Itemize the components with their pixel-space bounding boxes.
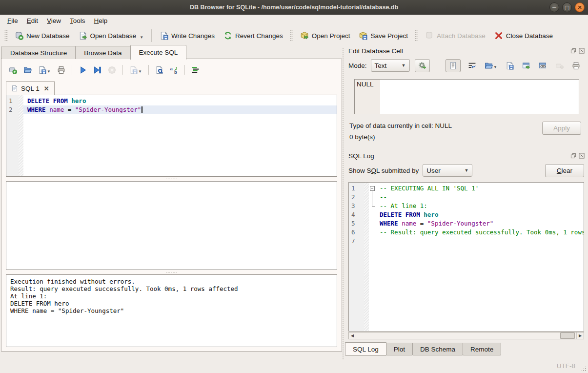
- format-sql-icon: [191, 66, 200, 74]
- open-project-button[interactable]: Open Project: [296, 29, 355, 42]
- toolbar-grip[interactable]: [4, 30, 8, 41]
- fold-cell: [369, 219, 376, 228]
- dock-tab-remote[interactable]: Remote: [463, 343, 501, 355]
- export-file-button[interactable]: [505, 61, 515, 71]
- apply-button[interactable]: Apply: [542, 122, 581, 135]
- results-grid[interactable]: [6, 181, 337, 270]
- open-sql-file-button[interactable]: [22, 65, 33, 75]
- sql-editor[interactable]: 12DELETE FROM heroWHERE name = "Spider-Y…: [6, 95, 337, 177]
- execute-sql-page: ▼▼ab SQL 1 ✕ 12DELETE FROM heroWHERE nam…: [1, 59, 342, 352]
- tab-execute-sql[interactable]: Execute SQL: [130, 45, 187, 60]
- word-wrap-button[interactable]: [467, 61, 477, 71]
- sql-file-tab[interactable]: SQL 1 ✕: [6, 81, 55, 95]
- message-line: DELETE FROM hero: [10, 300, 333, 307]
- menubar: FileEditViewToolsHelp: [0, 15, 588, 27]
- save-results-dropdown-icon[interactable]: ▼: [138, 69, 142, 74]
- menu-file[interactable]: File: [3, 16, 22, 26]
- message-line: Result: query executed successfully. Too…: [10, 285, 333, 292]
- line-number: 4: [349, 210, 364, 219]
- revert-changes-button[interactable]: Revert Changes: [219, 29, 287, 42]
- open-project-label: Open Project: [312, 32, 350, 40]
- open-database-dropdown-icon[interactable]: ▼: [140, 35, 143, 40]
- resize-grip[interactable]: [581, 366, 587, 372]
- line-number: 2: [349, 193, 364, 202]
- edit-cell-title: Edit Database Cell: [348, 47, 403, 55]
- execute-current-line-button[interactable]: [92, 65, 102, 75]
- print-cell-button[interactable]: [571, 61, 581, 71]
- editor-results-splitter[interactable]: [6, 177, 337, 181]
- import-file-dropdown-icon[interactable]: ▼: [493, 65, 497, 70]
- auto-apply-button[interactable]: [415, 59, 430, 72]
- menu-edit[interactable]: Edit: [22, 16, 42, 26]
- open-database-icon: [79, 31, 87, 40]
- toolbar-separator: [122, 65, 123, 75]
- float-dock-icon[interactable]: [570, 48, 576, 54]
- fold-marker[interactable]: [369, 184, 376, 193]
- toolbar-grip[interactable]: [415, 30, 418, 41]
- scroll-left-arrow[interactable]: ◀: [349, 332, 356, 339]
- mode-select[interactable]: Text▼: [371, 59, 410, 72]
- sql-log-view[interactable]: 1234567-- EXECUTING ALL IN 'SQL 1'---- A…: [348, 182, 584, 332]
- submitted-by-select[interactable]: User▼: [423, 164, 472, 177]
- open-database-button[interactable]: Open Database▼: [74, 29, 148, 42]
- open-tab-button[interactable]: [8, 65, 18, 75]
- code-area[interactable]: DELETE FROM heroWHERE name = "Spider-You…: [23, 95, 337, 176]
- scroll-right-arrow[interactable]: ▶: [576, 332, 584, 339]
- text-mode-button[interactable]: [446, 59, 461, 72]
- messages-pane[interactable]: Execution finished without errors.Result…: [6, 274, 337, 347]
- attach-database-button[interactable]: Attach Database: [421, 29, 490, 42]
- dock-tab-db-schema[interactable]: DB Schema: [412, 343, 463, 355]
- clear-button[interactable]: Clear: [545, 164, 584, 177]
- scroll-thumb[interactable]: [560, 332, 575, 339]
- fold-marker[interactable]: [369, 202, 376, 210]
- close-database-button[interactable]: Close Database: [490, 29, 557, 42]
- sql-log-hscrollbar[interactable]: ◀ ▶: [348, 332, 584, 339]
- code-area[interactable]: -- EXECUTING ALL IN 'SQL 1'---- At line …: [376, 183, 584, 331]
- find-button[interactable]: [154, 65, 164, 75]
- minimize-button[interactable]: ─: [549, 2, 559, 12]
- write-changes-icon: [160, 31, 168, 40]
- import-file-icon: [485, 62, 493, 70]
- tab-browse-data[interactable]: Browse Data: [75, 46, 130, 59]
- dock-tab-sql-log[interactable]: SQL Log: [345, 342, 386, 356]
- find-replace-button[interactable]: ab: [169, 65, 179, 75]
- new-database-button[interactable]: New Database: [10, 29, 74, 42]
- save-sql-file-dropdown-icon[interactable]: ▼: [47, 69, 51, 74]
- stop-button[interactable]: [107, 65, 117, 75]
- edit-cell-dock-header: Edit Database Cell: [345, 45, 588, 56]
- fold-marker[interactable]: [369, 193, 376, 202]
- attach-database-label: Attach Database: [437, 32, 486, 40]
- tab-database-structure[interactable]: Database Structure: [1, 46, 76, 59]
- scroll-track[interactable]: [356, 332, 576, 339]
- menu-help[interactable]: Help: [90, 16, 112, 26]
- results-messages-splitter[interactable]: [6, 270, 337, 274]
- save-sql-file-button[interactable]: ▼: [37, 65, 52, 75]
- line-number: 6: [349, 228, 364, 237]
- import-file-button[interactable]: ▼: [484, 61, 498, 71]
- cell-editor[interactable]: NULL: [354, 79, 579, 114]
- toolbar-grip[interactable]: [290, 30, 293, 41]
- encoding-indicator[interactable]: UTF-8: [557, 362, 575, 370]
- print-sql-button[interactable]: [56, 65, 66, 75]
- close-dock-icon[interactable]: [578, 153, 585, 159]
- token-kw: DELETE FROM: [380, 211, 424, 218]
- write-changes-button[interactable]: Write Changes: [155, 29, 219, 42]
- execute-all-button[interactable]: [78, 65, 88, 75]
- save-project-button[interactable]: Save Project: [354, 29, 412, 42]
- open-external-button[interactable]: [521, 61, 531, 71]
- set-link-button[interactable]: [538, 61, 548, 71]
- maximize-button[interactable]: ▢: [562, 2, 572, 12]
- save-results-button[interactable]: ▼: [128, 65, 143, 75]
- close-button[interactable]: ✕: [575, 2, 585, 12]
- sql-tab-close-icon[interactable]: ✕: [44, 85, 49, 92]
- close-dock-icon[interactable]: [578, 48, 585, 54]
- line-number: 1: [349, 184, 364, 193]
- format-sql-button[interactable]: [190, 65, 201, 75]
- float-dock-icon[interactable]: [570, 153, 576, 159]
- cell-value: NULL: [357, 81, 374, 88]
- set-null-button[interactable]: [554, 61, 565, 71]
- menu-view[interactable]: View: [42, 16, 65, 26]
- dock-tab-plot[interactable]: Plot: [386, 343, 413, 355]
- show-sql-label: Show SQL submitted by: [348, 167, 419, 174]
- menu-tools[interactable]: Tools: [65, 16, 90, 26]
